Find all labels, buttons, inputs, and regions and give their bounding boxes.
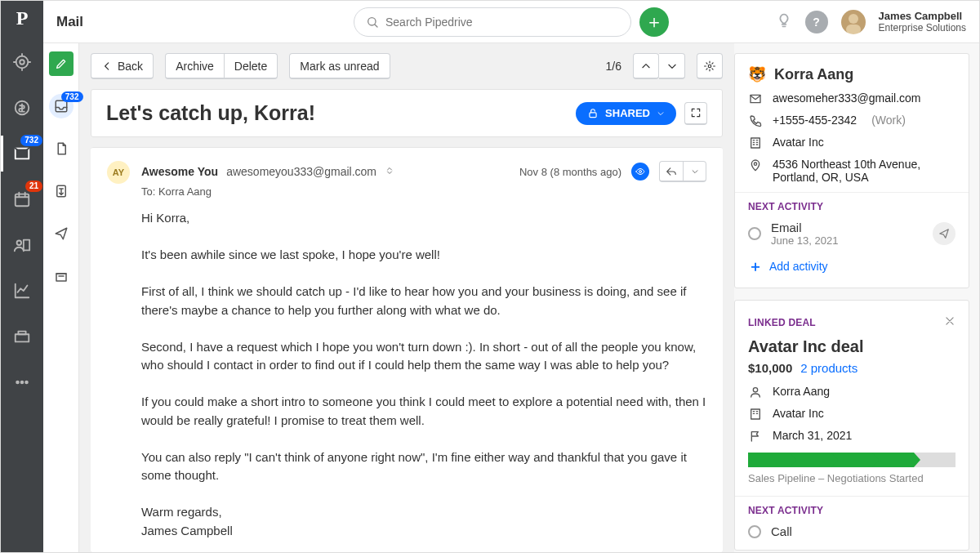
svg-rect-3	[16, 194, 29, 207]
prev-thread-button[interactable]	[633, 53, 659, 79]
svg-rect-14	[56, 274, 66, 281]
contact-email[interactable]: awesomeher333@gmail.com	[773, 91, 921, 105]
nav-more-icon[interactable]	[1, 369, 43, 395]
email-icon	[748, 92, 763, 105]
svg-rect-22	[751, 409, 760, 419]
svg-point-1	[16, 56, 29, 69]
activity-checkbox[interactable]	[748, 227, 761, 240]
thread-settings-button[interactable]	[697, 53, 723, 79]
context-panel: 🐯Korra Aang awesomeher333@gmail.com +155…	[734, 43, 979, 552]
pipeline-stages[interactable]	[748, 453, 956, 467]
drafts-icon[interactable]	[49, 136, 74, 161]
app-rail: P 732 21	[1, 1, 43, 552]
svg-rect-6	[16, 334, 29, 341]
expand-recipients-icon[interactable]	[385, 165, 394, 178]
outbox-icon[interactable]	[49, 264, 74, 288]
person-icon	[748, 386, 763, 399]
deal-person[interactable]: Korra Aang	[773, 385, 830, 398]
flag-icon	[748, 430, 763, 443]
compose-button[interactable]	[49, 51, 74, 76]
svg-point-10	[25, 381, 28, 384]
svg-rect-12	[56, 100, 67, 112]
message-date: Nov 8 (8 months ago)	[519, 166, 621, 178]
contact-address: 4536 Northeast 10th Avenue, Portland, OR…	[773, 158, 956, 184]
nav-mail-icon[interactable]: 732	[1, 140, 43, 167]
search-icon	[366, 16, 379, 29]
back-button[interactable]: Back	[91, 53, 154, 79]
user-menu[interactable]: James Campbell Enterprise Solutions	[879, 10, 966, 34]
unlink-deal-icon[interactable]	[944, 315, 956, 329]
reply-button[interactable]	[659, 161, 706, 182]
hints-icon[interactable]	[776, 12, 792, 31]
activity-checkbox[interactable]	[748, 525, 761, 538]
user-avatar[interactable]	[841, 10, 866, 34]
shared-toggle[interactable]: SHARED	[576, 102, 676, 125]
message-1: AY Awesome You awesomeyou333@gmail.com N…	[91, 147, 723, 552]
delete-button[interactable]: Delete	[225, 53, 278, 79]
search-field[interactable]	[354, 7, 631, 37]
user-name: James Campbell	[879, 10, 966, 23]
contact-name[interactable]: Korra Aang	[774, 66, 853, 83]
reply-dropdown-icon[interactable]	[683, 162, 706, 181]
global-add-button[interactable]: ＋	[639, 7, 669, 37]
sender-email: awesomeyou333@gmail.com	[226, 165, 376, 178]
add-activity-button[interactable]: ＋Add activity	[748, 256, 956, 276]
archive-icon[interactable]	[49, 179, 74, 203]
deal-org[interactable]: Avatar Inc	[773, 407, 824, 420]
activity-go-icon[interactable]	[933, 222, 956, 245]
activity-type: Email	[771, 221, 838, 234]
header-bar: Mail ＋ ? James Campbell Enterprise Solut…	[43, 1, 979, 43]
nav-contacts-icon[interactable]	[1, 232, 43, 258]
nav-calendar-icon[interactable]: 21	[1, 186, 43, 212]
contact-avatar-icon: 🐯	[748, 65, 766, 83]
svg-point-21	[753, 388, 757, 392]
search-input[interactable]	[385, 16, 619, 29]
svg-point-20	[754, 163, 756, 165]
tracking-icon[interactable]	[631, 163, 649, 181]
message-body: Hi Korra, It's been awhile since we last…	[141, 209, 706, 540]
phone-icon	[748, 114, 763, 127]
svg-point-0	[20, 60, 24, 65]
nav-insights-icon[interactable]	[1, 278, 43, 304]
next-activity-label: NEXT ACTIVITY	[748, 201, 956, 212]
thread-counter: 1/6	[606, 60, 621, 73]
pipeline-stage-text: Sales Pipeline – Negotiations Started	[748, 472, 956, 484]
inbox-badge: 732	[61, 91, 83, 102]
svg-rect-5	[24, 240, 29, 251]
next-thread-button[interactable]	[659, 53, 685, 79]
expand-button[interactable]	[684, 102, 707, 125]
nav-products-icon[interactable]	[1, 323, 43, 350]
contact-org[interactable]: Avatar Inc	[773, 136, 824, 149]
mail-toolbar: Back Archive Delete Mark as unread 1/6	[91, 53, 723, 79]
svg-rect-16	[590, 112, 596, 117]
help-icon[interactable]: ?	[805, 11, 828, 33]
svg-point-9	[21, 381, 24, 384]
org-icon	[748, 136, 763, 149]
deal-amount: $10,000	[748, 361, 792, 375]
svg-rect-7	[18, 332, 25, 335]
nav-focus-icon[interactable]	[1, 49, 43, 75]
inbox-button[interactable]: 732	[49, 94, 74, 118]
contact-phone[interactable]: +1555-455-2342	[773, 114, 857, 127]
deal-next-activity-row[interactable]: Call	[748, 524, 956, 538]
svg-point-4	[17, 241, 21, 246]
linked-deal-panel: LINKED DEAL Avatar Inc deal $10,0002 pro…	[734, 300, 969, 551]
reply-icon	[660, 162, 683, 181]
next-activity-row[interactable]: EmailJune 13, 2021	[748, 221, 956, 247]
activity-date: June 13, 2021	[771, 234, 838, 247]
svg-point-8	[16, 381, 19, 384]
calendar-badge: 21	[25, 181, 42, 192]
archive-button[interactable]: Archive	[165, 53, 225, 79]
deal-products[interactable]: 2 products	[800, 361, 858, 375]
mark-unread-button[interactable]: Mark as unread	[289, 53, 390, 79]
thread-subject: Let's catch up, Korra!	[106, 101, 315, 125]
page-title: Mail	[56, 14, 83, 30]
activity-type: Call	[771, 524, 792, 538]
sender-avatar: AY	[107, 161, 130, 184]
nav-deals-icon[interactable]	[1, 95, 43, 121]
mail-sidebar: 732	[43, 43, 79, 552]
deal-title[interactable]: Avatar Inc deal	[748, 337, 956, 356]
sent-icon[interactable]	[49, 221, 74, 246]
logo[interactable]: P	[16, 7, 29, 29]
to-line: To: Korra Aang	[141, 185, 706, 198]
